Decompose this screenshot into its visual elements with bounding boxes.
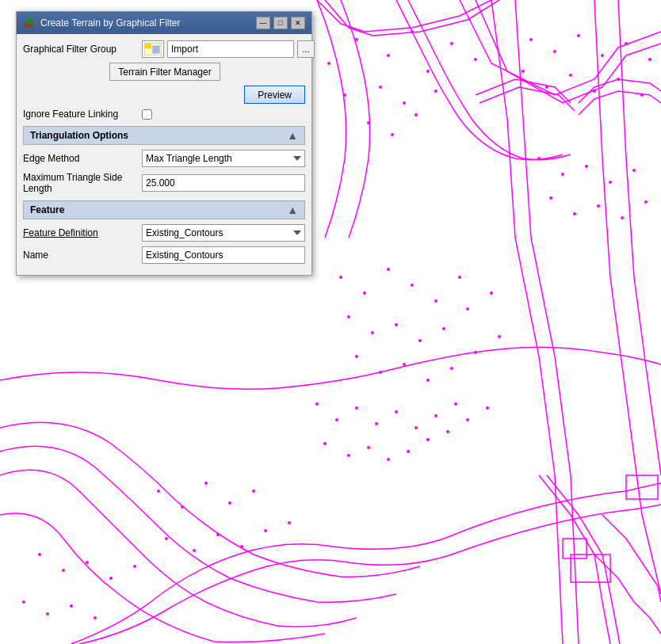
close-button[interactable]: ✕ (291, 17, 305, 29)
minimize-button[interactable]: — (256, 17, 270, 29)
svg-point-59 (38, 553, 41, 556)
svg-point-90 (648, 58, 651, 61)
name-input[interactable] (142, 246, 305, 264)
svg-point-16 (327, 62, 330, 65)
svg-point-85 (529, 38, 533, 41)
svg-point-36 (474, 351, 477, 354)
svg-point-73 (415, 426, 418, 429)
ignore-feature-linking-checkbox[interactable] (142, 109, 152, 120)
terrain-filter-manager-button[interactable]: Terrain Filter Manager (109, 63, 220, 81)
triangulation-collapse-arrow[interactable]: ▲ (287, 129, 298, 142)
svg-point-17 (343, 93, 346, 97)
svg-point-71 (375, 422, 378, 425)
svg-point-75 (454, 402, 457, 406)
feature-collapse-arrow[interactable]: ▲ (287, 204, 298, 216)
svg-point-63 (133, 565, 136, 568)
svg-point-46 (621, 216, 624, 219)
svg-point-51 (228, 501, 231, 505)
svg-point-89 (625, 42, 628, 45)
svg-point-49 (181, 505, 184, 509)
svg-point-94 (593, 90, 596, 93)
svg-point-20 (387, 268, 390, 271)
svg-point-11 (403, 101, 406, 105)
ignore-feature-linking-row: Ignore Feature Linking (23, 109, 305, 120)
svg-point-48 (157, 490, 160, 493)
svg-point-41 (609, 181, 612, 184)
dialog-title: Create Terrain by Graphical Filter (40, 17, 181, 29)
svg-point-96 (640, 93, 644, 97)
svg-point-77 (347, 454, 350, 457)
import-icon-button[interactable] (142, 40, 164, 58)
svg-point-53 (165, 537, 168, 540)
svg-point-30 (490, 292, 493, 295)
restore-button[interactable]: □ (273, 17, 288, 29)
svg-point-35 (450, 367, 453, 370)
triangulation-options-title: Triangulation Options (30, 130, 128, 141)
feature-definition-label: Feature Definition (23, 227, 142, 238)
svg-point-6 (411, 30, 414, 33)
max-triangle-side-length-input[interactable] (142, 174, 305, 192)
svg-point-66 (70, 604, 73, 608)
svg-point-40 (585, 165, 588, 168)
svg-point-55 (216, 533, 220, 536)
import-text-input[interactable] (167, 40, 294, 58)
svg-point-74 (434, 414, 437, 417)
graphical-filter-label: Graphical Filter Group (23, 44, 142, 55)
svg-point-81 (426, 438, 430, 441)
feature-definition-row: Feature Definition Existing_Contours (23, 224, 305, 242)
titlebar-left: Create Terrain by Graphical Filter (23, 17, 181, 29)
graphical-filter-controls: ... (142, 40, 315, 58)
svg-rect-103 (153, 46, 159, 53)
edge-method-select[interactable]: Max Triangle Length Natural Neighbor Del… (142, 150, 305, 167)
name-label: Name (23, 250, 142, 261)
graphical-filter-group-row: Graphical Filter Group ... (23, 40, 305, 58)
edge-method-row: Edge Method Max Triangle Length Natural … (23, 150, 305, 167)
svg-point-34 (426, 379, 430, 382)
svg-point-70 (355, 406, 358, 410)
svg-point-86 (553, 50, 556, 53)
svg-point-95 (617, 78, 620, 81)
svg-point-62 (109, 577, 113, 580)
svg-point-25 (371, 331, 374, 334)
svg-point-76 (323, 442, 327, 445)
svg-point-38 (537, 157, 541, 160)
svg-point-93 (569, 74, 572, 77)
svg-point-13 (367, 121, 370, 124)
svg-point-69 (335, 418, 338, 421)
svg-point-15 (415, 113, 418, 116)
preview-button[interactable]: Preview (244, 86, 305, 104)
svg-point-28 (442, 327, 445, 330)
feature-header: Feature ▲ (23, 200, 305, 219)
svg-point-88 (601, 54, 604, 57)
feature-definition-select[interactable]: Existing_Contours (142, 224, 305, 242)
svg-point-64 (22, 600, 25, 604)
ellipsis-button[interactable]: ... (297, 40, 315, 58)
svg-point-83 (466, 418, 469, 421)
svg-point-19 (363, 292, 366, 295)
svg-point-31 (355, 355, 358, 358)
svg-point-52 (252, 490, 255, 493)
svg-point-72 (395, 410, 398, 413)
svg-point-18 (339, 276, 342, 279)
svg-point-24 (347, 315, 350, 318)
svg-point-65 (46, 612, 49, 615)
svg-point-50 (204, 482, 208, 485)
svg-point-84 (486, 406, 489, 410)
svg-point-10 (379, 86, 382, 89)
svg-point-56 (240, 545, 243, 548)
svg-point-87 (577, 34, 580, 37)
svg-point-32 (379, 371, 382, 374)
svg-point-7 (426, 70, 430, 73)
triangulation-options-header: Triangulation Options ▲ (23, 126, 305, 145)
svg-point-42 (632, 169, 636, 172)
svg-point-68 (315, 402, 319, 406)
dialog-titlebar: Create Terrain by Graphical Filter — □ ✕ (17, 12, 311, 34)
max-triangle-side-length-label: Maximum Triangle Side Length (23, 172, 142, 194)
dialog-icon (23, 17, 36, 29)
svg-point-45 (597, 204, 600, 208)
svg-point-54 (193, 549, 196, 552)
svg-point-37 (498, 335, 501, 338)
svg-point-82 (446, 430, 449, 433)
svg-point-26 (395, 323, 398, 326)
svg-point-61 (86, 561, 89, 564)
